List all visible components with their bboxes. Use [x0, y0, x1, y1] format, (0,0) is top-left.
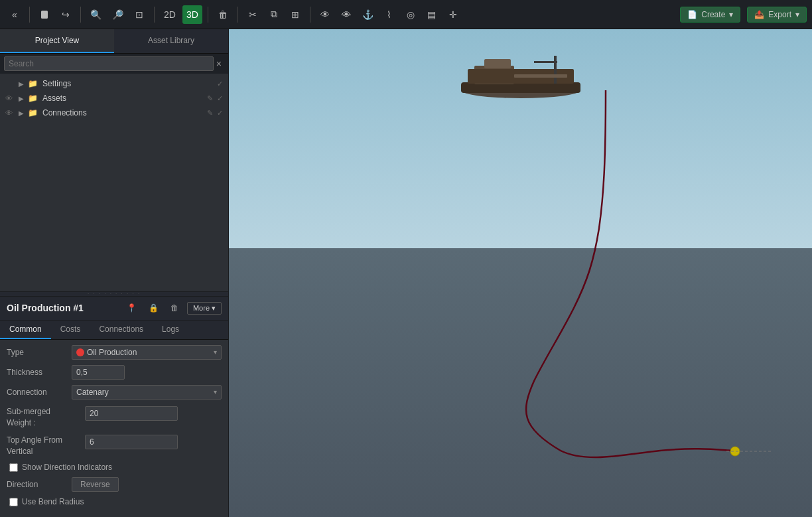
tree-item-settings[interactable]: 👁 ▶ 📁 Settings ✓ [0, 76, 228, 91]
top-angle-label: Top Angle From Vertical [7, 435, 80, 457]
assets-label: Assets [42, 94, 204, 103]
tree-item-assets[interactable]: 👁 ▶ 📁 Assets ✎ ✓ [0, 91, 228, 106]
connections-actions: ✎ ✓ [207, 109, 223, 117]
show-direction-row: Show Direction Indicators [7, 463, 222, 472]
mode-3d-button[interactable]: 3D [182, 5, 202, 24]
tab-asset-library[interactable]: Asset Library [114, 29, 228, 53]
svg-rect-7 [554, 56, 557, 84]
separator [29, 7, 30, 23]
export-label: Export [768, 10, 791, 19]
tab-costs[interactable]: Costs [51, 321, 90, 339]
more-button[interactable]: More ▾ [187, 302, 222, 315]
settings-label: Settings [42, 79, 214, 88]
type-value: Oil Production [87, 348, 214, 357]
submerged-label: Sub-merged Weight : [7, 406, 80, 429]
top-angle-row: Top Angle From Vertical [7, 433, 222, 457]
anchor-button[interactable]: ⚓ [358, 5, 377, 24]
tab-logs[interactable]: Logs [153, 321, 188, 339]
search-input[interactable] [4, 56, 214, 71]
lasso-button[interactable]: ⌇ [380, 5, 399, 24]
svg-rect-0 [229, 29, 812, 248]
connections-edit-icon: ✎ [207, 109, 213, 117]
delete-button[interactable]: 🗑 [214, 5, 232, 24]
tab-project-view[interactable]: Project View [0, 29, 114, 53]
zoom-out-button[interactable]: 🔎 [108, 5, 127, 24]
assets-actions: ✎ ✓ [207, 94, 223, 103]
type-color-dot [76, 348, 84, 356]
svg-rect-9 [514, 74, 567, 78]
direction-row: Direction Reverse [7, 477, 222, 492]
separator2 [80, 7, 81, 23]
type-row: Type Oil Production ▾ [7, 345, 222, 360]
mode-2d-button[interactable]: 2D [160, 5, 180, 24]
more-label: More [193, 304, 210, 312]
assets-checkmark-icon: ✓ [217, 94, 223, 103]
viewport[interactable] [229, 29, 812, 517]
show-direction-label[interactable]: Show Direction Indicators [22, 463, 112, 472]
connection-value: Catenary [76, 388, 214, 397]
pin-button[interactable]: 📍 [123, 302, 140, 314]
zoom-in-button[interactable]: 🔍 [86, 5, 105, 24]
svg-rect-8 [534, 61, 557, 63]
type-select-container[interactable]: Oil Production ▾ [72, 345, 222, 360]
resize-handle[interactable]: · · · · · · · · · · [0, 291, 228, 297]
viewport-scene [229, 29, 812, 517]
layers-button[interactable]: ▤ [423, 5, 441, 24]
copy-button[interactable]: ⧉ [265, 5, 283, 24]
direction-label: Direction [7, 480, 66, 489]
eye-settings-icon[interactable]: 👁 [5, 80, 16, 88]
move-button[interactable]: ✛ [444, 5, 462, 24]
back-nav-button[interactable]: « [5, 5, 24, 24]
props-title: Oil Production #1 [7, 303, 118, 313]
paste-button[interactable]: ⊞ [286, 5, 304, 24]
create-arrow-icon: ▾ [729, 10, 733, 19]
connections-checkmark-icon: ✓ [217, 109, 223, 117]
connection-row: Connection Catenary ▾ [7, 385, 222, 400]
fit-view-button[interactable]: ⊡ [130, 5, 149, 24]
create-icon: 📄 [687, 10, 697, 19]
cut-button[interactable]: ✂ [243, 5, 262, 24]
tab-common[interactable]: Common [0, 321, 51, 339]
redo-button[interactable]: ↪ [56, 5, 75, 24]
connection-label: Connection [7, 388, 66, 397]
type-label: Type [7, 348, 66, 357]
eye-assets-icon[interactable]: 👁 [5, 94, 16, 102]
separator6 [310, 7, 310, 23]
export-button[interactable]: 📤 Export ▾ [747, 7, 807, 23]
use-bend-label[interactable]: Use Bend Radius [22, 497, 84, 506]
props-body: Type Oil Production ▾ Thickness Connecti… [0, 340, 228, 517]
show-direction-checkbox[interactable] [9, 463, 18, 472]
submerged-input[interactable] [85, 406, 178, 421]
tab-connections[interactable]: Connections [90, 321, 153, 339]
create-button[interactable]: 📄 Create ▾ [680, 7, 740, 23]
folder-settings-icon: 📁 [28, 79, 38, 88]
visibility2-button[interactable]: 👁 [337, 5, 356, 24]
create-label: Create [701, 10, 725, 19]
export-arrow-icon: ▾ [795, 10, 799, 19]
lock-button[interactable]: 🔒 [145, 302, 162, 314]
props-tabs: Common Costs Connections Logs [0, 321, 228, 340]
use-bend-row: Use Bend Radius [7, 497, 222, 506]
thickness-input[interactable] [72, 365, 125, 380]
main-area: Project View Asset Library × 👁 ▶ 📁 Setti… [0, 29, 812, 517]
select-button[interactable]: ◎ [401, 5, 420, 24]
use-bend-checkbox[interactable] [9, 498, 18, 506]
connection-select-container[interactable]: Catenary ▾ [72, 385, 222, 400]
top-angle-input[interactable] [85, 435, 178, 449]
undo-button[interactable] [35, 5, 54, 24]
separator4 [208, 7, 208, 23]
props-header: Oil Production #1 📍 🔒 🗑 More ▾ [0, 297, 228, 321]
settings-actions: ✓ [217, 80, 223, 88]
delete-item-button[interactable]: 🗑 [167, 302, 182, 314]
expand-assets-icon: ▶ [19, 95, 24, 102]
left-panel: Project View Asset Library × 👁 ▶ 📁 Setti… [0, 29, 229, 517]
visibility-button[interactable]: 👁 [316, 5, 334, 24]
search-bar: × [0, 54, 228, 74]
eye-connections-icon[interactable]: 👁 [5, 109, 16, 117]
export-icon: 📤 [754, 10, 764, 19]
search-clear-button[interactable]: × [214, 58, 224, 69]
svg-rect-1 [229, 248, 812, 517]
thickness-row: Thickness [7, 365, 222, 380]
reverse-button[interactable]: Reverse [72, 477, 119, 492]
tree-item-connections[interactable]: 👁 ▶ 📁 Connections ✎ ✓ [0, 106, 228, 120]
